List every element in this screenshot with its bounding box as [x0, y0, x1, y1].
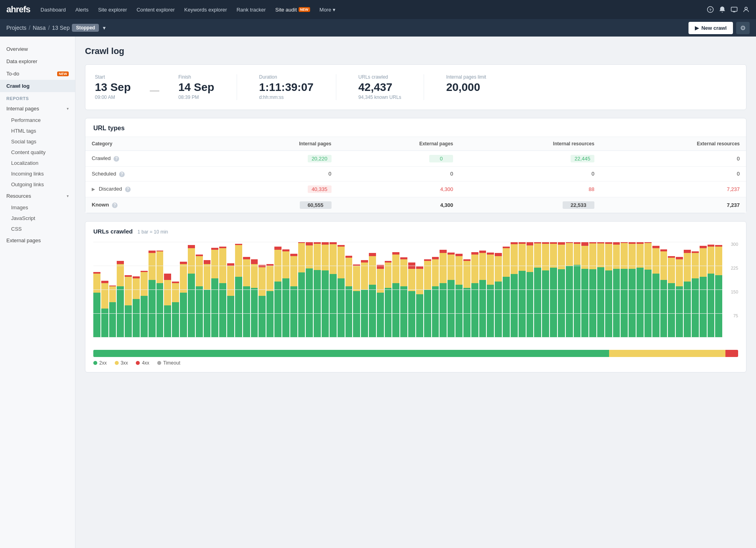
bar-3xx — [282, 251, 289, 278]
sidebar-sub-outgoing-links[interactable]: Outgoing links — [0, 179, 75, 190]
chart-bar-group — [416, 242, 423, 337]
sidebar-sub-social-tags[interactable]: Social tags — [0, 136, 75, 147]
bar-2xx — [676, 286, 683, 337]
crawl-stats-card: Start 13 Sep 09:00 AM — Finish 14 Sep 08… — [85, 64, 746, 110]
y-label-300: 300 — [731, 242, 738, 247]
sidebar-sub-javascript[interactable]: JavaScript — [0, 213, 75, 224]
nav-alerts[interactable]: Alerts — [71, 0, 93, 19]
row-crawled-int-resources[interactable]: 22,445 — [459, 151, 601, 166]
chart-bar-group — [692, 242, 699, 337]
start-stat: Start 13 Sep 09:00 AM — [95, 74, 131, 100]
row-known-external: 4,300 — [338, 197, 460, 213]
chevron-down-icon: ▾ — [67, 194, 69, 198]
new-crawl-button[interactable]: ▶ New crawl — [688, 22, 733, 34]
sidebar-item-overview[interactable]: Overview — [0, 43, 75, 55]
row-discarded-ext-resources[interactable]: 7,237 — [601, 181, 746, 197]
nav-dashboard[interactable]: Dashboard — [37, 0, 70, 19]
expand-icon[interactable]: ▶ — [92, 187, 95, 191]
sidebar-item-resources[interactable]: Resources ▾ — [0, 190, 75, 202]
chart-bar-group — [274, 242, 282, 337]
nav-rank-tracker[interactable]: Rank tracker — [233, 0, 270, 19]
bar-2xx — [282, 278, 289, 337]
duration-label: Duration — [259, 74, 314, 80]
sidebar-sub-incoming-links[interactable]: Incoming links — [0, 168, 75, 179]
bar-2xx — [258, 296, 266, 337]
bar-3xx — [188, 248, 195, 274]
help-icon[interactable]: ? — [112, 203, 118, 208]
bar-4xx — [495, 253, 502, 256]
bar-3xx — [581, 246, 588, 269]
sidebar-sub-html-tags[interactable]: HTML tags — [0, 125, 75, 136]
nav-content-explorer[interactable]: Content explorer — [133, 0, 179, 19]
row-crawled-ext-resources: 0 — [601, 151, 746, 166]
help-icon[interactable]: ? — [125, 187, 131, 192]
bar-2xx — [109, 302, 116, 337]
chart-bar-group — [495, 242, 502, 337]
bar-3xx — [605, 244, 612, 270]
row-discarded-internal[interactable]: 40,335 — [220, 181, 338, 197]
help-icon[interactable]: ? — [114, 156, 119, 162]
chart-bar-group — [392, 242, 399, 337]
sidebar-sub-performance[interactable]: Performance — [0, 115, 75, 125]
bar-3xx — [338, 247, 345, 278]
settings-button[interactable]: ⚙ — [736, 22, 750, 34]
sidebar-item-external-pages[interactable]: External pages — [0, 234, 75, 247]
row-discarded-external[interactable]: 4,300 — [338, 181, 460, 197]
sidebar-sub-images[interactable]: Images — [0, 202, 75, 213]
breadcrumb-nasa[interactable]: Nasa — [33, 25, 46, 31]
sidebar-sub-localization[interactable]: Localization — [0, 158, 75, 168]
nav-keywords-explorer[interactable]: Keywords explorer — [180, 0, 231, 19]
chart-bar-group — [251, 242, 258, 337]
help-icon[interactable]: ? — [707, 6, 714, 13]
user-icon[interactable] — [742, 6, 750, 13]
bar-3xx — [345, 258, 353, 286]
breadcrumb-projects[interactable]: Projects — [6, 25, 27, 31]
sidebar-item-internal-pages[interactable]: Internal pages ▾ — [0, 102, 75, 115]
chart-bar-group — [141, 242, 148, 337]
bar-3xx — [550, 244, 557, 268]
sidebar-item-data-explorer[interactable]: Data explorer — [0, 55, 75, 68]
bar-3xx — [290, 256, 297, 286]
legend-timeout: Timeout — [157, 360, 180, 366]
row-crawled-external[interactable]: 0 — [338, 151, 460, 166]
bar-3xx — [361, 262, 368, 289]
bar-3xx — [117, 264, 124, 286]
url-types-card: URL types Category Internal pages Extern… — [85, 118, 746, 213]
bar-3xx — [455, 256, 463, 285]
chart-bar-group — [180, 242, 187, 337]
screen-icon[interactable] — [731, 6, 738, 13]
nav-right-icons: ? — [707, 6, 750, 13]
chart-bar-group — [424, 242, 431, 337]
logo[interactable]: ahrefs — [6, 4, 30, 15]
bar-3xx — [621, 243, 628, 269]
nav-site-explorer[interactable]: Site explorer — [94, 0, 131, 19]
status-dropdown[interactable]: ▾ — [103, 25, 106, 31]
chart-bar-group — [282, 242, 289, 337]
sidebar-item-todo[interactable]: To-do NEW — [0, 68, 75, 80]
bar-3xx — [613, 245, 620, 269]
col-ext-resources: External resources — [601, 137, 746, 151]
chart-bar-group — [629, 242, 636, 337]
main-layout: Overview Data explorer To-do NEW Crawl l… — [0, 37, 756, 548]
help-icon[interactable]: ? — [119, 172, 125, 177]
sidebar-item-crawl-log[interactable]: Crawl log — [0, 80, 75, 92]
chart-card: URLs crawled 1 bar = 10 min — [85, 221, 746, 372]
sidebar-sub-css[interactable]: CSS — [0, 224, 75, 234]
bar-2xx — [471, 283, 478, 337]
legend-dot-3xx — [115, 361, 119, 365]
bar-2xx — [377, 293, 384, 337]
bar-3xx — [156, 251, 164, 283]
row-discarded-int-resources[interactable]: 88 — [459, 181, 601, 197]
nav-site-audit[interactable]: Site audit NEW — [271, 0, 314, 19]
bar-3xx — [141, 272, 148, 296]
top-navigation: ahrefs Dashboard Alerts Site explorer Co… — [0, 0, 756, 19]
bar-2xx — [141, 296, 148, 337]
row-crawled-internal[interactable]: 20,220 — [220, 151, 338, 166]
notifications-icon[interactable] — [719, 6, 726, 13]
bar-2xx — [636, 268, 644, 337]
chart-bar-group — [298, 242, 305, 337]
sidebar-sub-content-quality[interactable]: Content quality — [0, 147, 75, 158]
bar-3xx — [684, 253, 691, 282]
nav-more[interactable]: More ▾ — [316, 0, 340, 19]
bar-4xx — [164, 274, 171, 280]
